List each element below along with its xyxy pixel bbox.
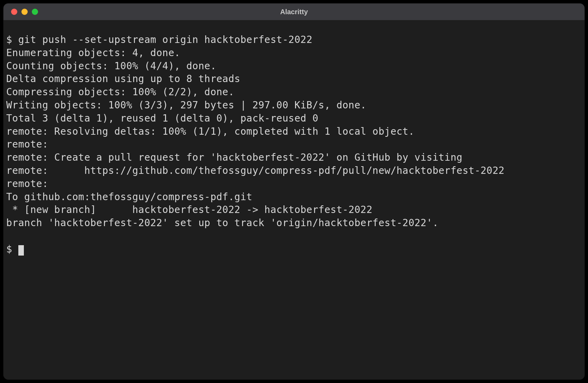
traffic-lights — [11, 9, 38, 15]
output-line: Counting objects: 100% (4/4), done. — [6, 60, 582, 73]
terminal-body[interactable]: $ git push --set-upstream origin hacktob… — [3, 20, 585, 380]
output-line: Writing objects: 100% (3/3), 297 bytes |… — [6, 99, 582, 112]
output-line: remote: — [6, 177, 582, 190]
prompt-line: $ — [6, 243, 582, 256]
terminal-window: Alacritty $ git push --set-upstream orig… — [3, 3, 585, 380]
titlebar[interactable]: Alacritty — [3, 3, 585, 20]
output-line: branch 'hacktoberfest-2022' set up to tr… — [6, 216, 582, 230]
command-text: git push --set-upstream origin hacktober… — [18, 34, 313, 45]
minimize-icon[interactable] — [21, 9, 28, 15]
output-line: Delta compression using up to 8 threads — [6, 72, 582, 86]
output-line: Enumerating objects: 4, done. — [6, 46, 582, 60]
prompt: $ — [6, 34, 18, 45]
output-line: remote: Resolving deltas: 100% (1/1), co… — [6, 125, 582, 138]
command-line: $ git push --set-upstream origin hacktob… — [6, 33, 582, 46]
maximize-icon[interactable] — [32, 9, 38, 15]
window-title: Alacritty — [280, 8, 308, 16]
output-line: To github.com:thefossguy/compress-pdf.gi… — [6, 190, 582, 204]
output-line: remote: https://github.com/thefossguy/co… — [6, 164, 582, 177]
output-line: Total 3 (delta 1), reused 1 (delta 0), p… — [6, 112, 582, 125]
output-line: * [new branch] hacktoberfest-2022 -> hac… — [6, 203, 582, 216]
close-icon[interactable] — [11, 9, 17, 15]
output-line: Compressing objects: 100% (2/2), done. — [6, 86, 582, 99]
output-line: remote: — [6, 138, 582, 151]
output-line: remote: Create a pull request for 'hackt… — [6, 151, 582, 164]
prompt: $ — [6, 243, 18, 255]
blank-line — [6, 230, 582, 243]
cursor-icon — [18, 245, 24, 256]
